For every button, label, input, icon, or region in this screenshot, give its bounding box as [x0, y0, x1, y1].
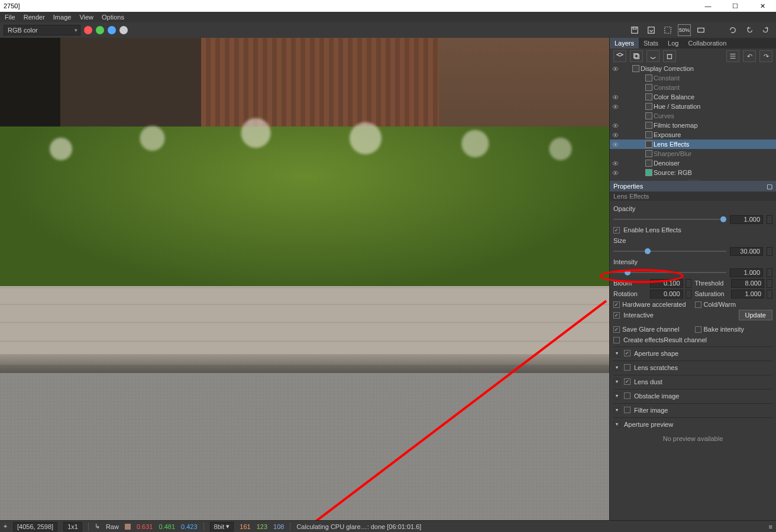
- menu-file[interactable]: File: [5, 14, 15, 21]
- opacity-value[interactable]: 1.000: [730, 215, 763, 224]
- section-header[interactable]: ▾Obstacle image: [613, 389, 772, 402]
- zoom-badge[interactable]: 50%: [678, 24, 691, 36]
- list-view-icon[interactable]: [726, 50, 739, 62]
- saturation-spinner[interactable]: [767, 290, 772, 299]
- undo-icon[interactable]: [743, 24, 756, 36]
- section-checkbox[interactable]: [624, 392, 630, 399]
- threshold-value[interactable]: 8.000: [731, 279, 764, 288]
- region-icon[interactable]: [661, 24, 674, 36]
- saturation-value[interactable]: 1.000: [731, 290, 764, 299]
- menu-image[interactable]: Image: [53, 14, 72, 21]
- size-spinner[interactable]: [767, 247, 772, 256]
- visibility-toggle-icon[interactable]: [610, 66, 620, 72]
- menu-options[interactable]: Options: [102, 14, 124, 21]
- visibility-toggle-icon[interactable]: [610, 122, 620, 129]
- layer-row[interactable]: Lens Effects: [610, 140, 776, 149]
- hardware-accelerated-checkbox[interactable]: [613, 301, 620, 308]
- layer-row[interactable]: Source: RGB: [610, 168, 776, 177]
- delete-layer-icon[interactable]: [663, 50, 676, 62]
- enable-lens-effects-checkbox[interactable]: [613, 227, 620, 233]
- section-header[interactable]: ▾Lens scratches: [613, 361, 772, 374]
- redo-icon[interactable]: [759, 24, 772, 36]
- layer-row[interactable]: Hue / Saturation: [610, 102, 776, 111]
- size-slider[interactable]: [613, 248, 726, 255]
- create-effects-result-checkbox[interactable]: [613, 337, 620, 343]
- bit-depth[interactable]: 8bit ▾: [210, 522, 234, 531]
- rotation-value[interactable]: 0.000: [650, 290, 683, 299]
- maximize-button[interactable]: ☐: [722, 0, 749, 12]
- refresh-icon[interactable]: [726, 24, 739, 36]
- section-checkbox[interactable]: [624, 364, 630, 371]
- tab-collaboration[interactable]: Collaboration: [683, 38, 731, 48]
- curve-icon[interactable]: ↳: [95, 523, 100, 530]
- expand-icon[interactable]: ▾: [613, 364, 620, 371]
- intensity-spinner[interactable]: [767, 268, 772, 277]
- visibility-toggle-icon[interactable]: [610, 94, 620, 100]
- opacity-spinner[interactable]: [767, 215, 772, 224]
- layer-row[interactable]: Color Balance: [610, 92, 776, 102]
- pixel-ratio[interactable]: 1x1: [63, 522, 82, 531]
- layer-row[interactable]: Constant: [610, 73, 776, 83]
- red-channel-dot[interactable]: [84, 26, 92, 34]
- eyedropper-icon[interactable]: ⌖: [4, 523, 7, 530]
- properties-expand-icon[interactable]: ▢: [767, 183, 772, 190]
- rotation-spinner[interactable]: [686, 290, 691, 299]
- close-button[interactable]: ✕: [749, 0, 776, 12]
- visibility-toggle-icon[interactable]: [610, 141, 620, 148]
- layer-row[interactable]: Filmic tonemap: [610, 121, 776, 130]
- tab-log[interactable]: Log: [663, 38, 683, 48]
- expand-icon[interactable]: ▾: [613, 378, 620, 385]
- blue-channel-dot[interactable]: [108, 26, 116, 34]
- layer-redo-icon[interactable]: ↷: [759, 50, 772, 62]
- expand-icon[interactable]: ▾: [613, 392, 620, 400]
- expand-icon[interactable]: ▾: [613, 407, 620, 414]
- visibility-toggle-icon[interactable]: [610, 132, 620, 138]
- intensity-slider[interactable]: [613, 269, 726, 276]
- settings-icon[interactable]: ≡: [769, 523, 772, 530]
- interactive-checkbox[interactable]: [613, 312, 620, 319]
- threshold-spinner[interactable]: [767, 279, 772, 288]
- expand-icon[interactable]: ▾: [613, 421, 620, 428]
- section-header[interactable]: ▾Aperture shape: [613, 346, 772, 359]
- green-channel-dot[interactable]: [96, 26, 104, 34]
- minimize-button[interactable]: —: [694, 0, 722, 12]
- visibility-toggle-icon[interactable]: [610, 103, 620, 110]
- bloom-value[interactable]: 0.100: [650, 279, 683, 288]
- bloom-spinner[interactable]: [686, 279, 691, 288]
- alpha-channel-dot[interactable]: [119, 26, 128, 34]
- save-glare-checkbox[interactable]: [613, 326, 620, 333]
- duplicate-layer-icon[interactable]: [630, 50, 643, 62]
- layer-row[interactable]: Display Correction: [610, 64, 776, 73]
- layer-row[interactable]: Exposure: [610, 130, 776, 140]
- section-checkbox[interactable]: [624, 378, 630, 385]
- render-viewport[interactable]: [0, 38, 609, 520]
- opacity-slider[interactable]: [613, 216, 726, 223]
- tab-layers[interactable]: Layers: [610, 38, 639, 48]
- menu-view[interactable]: View: [79, 14, 93, 21]
- section-header[interactable]: ▾Filter image: [613, 403, 772, 416]
- update-button[interactable]: Update: [739, 310, 772, 320]
- layer-row[interactable]: Denoiser: [610, 158, 776, 168]
- cold-warm-checkbox[interactable]: [695, 301, 701, 308]
- tab-stats[interactable]: Stats: [639, 38, 663, 48]
- size-value[interactable]: 30.000: [730, 247, 763, 256]
- section-header[interactable]: ▾Lens dust: [613, 375, 772, 388]
- visibility-toggle-icon[interactable]: [610, 160, 620, 167]
- layer-undo-icon[interactable]: ↶: [743, 50, 756, 62]
- expand-icon[interactable]: ▾: [613, 350, 620, 357]
- fit-icon[interactable]: [694, 24, 707, 36]
- intensity-value[interactable]: 1.000: [730, 268, 763, 277]
- merge-layer-icon[interactable]: [646, 50, 659, 62]
- section-checkbox[interactable]: [624, 350, 630, 356]
- visibility-toggle-icon[interactable]: [610, 170, 620, 176]
- export-icon[interactable]: [645, 24, 658, 36]
- layer-row[interactable]: Constant: [610, 83, 776, 92]
- layer-row[interactable]: Sharpen/Blur: [610, 149, 776, 158]
- menu-render[interactable]: Render: [24, 14, 45, 21]
- save-icon[interactable]: [628, 24, 641, 36]
- section-checkbox[interactable]: [624, 407, 630, 413]
- section-header[interactable]: ▾Aperture preview: [613, 417, 772, 430]
- add-layer-icon[interactable]: [613, 50, 626, 62]
- bake-intensity-checkbox[interactable]: [695, 326, 701, 333]
- channel-dropdown[interactable]: RGB color: [4, 25, 80, 35]
